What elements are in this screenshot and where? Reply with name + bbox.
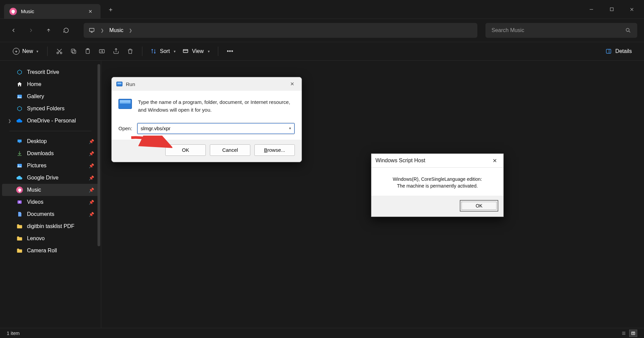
sidebar-item-label: digitbin tasklist PDF	[27, 223, 75, 229]
chevron-right-icon[interactable]: ❯	[8, 119, 11, 123]
pin-icon: 📌	[89, 175, 94, 180]
scrollbar[interactable]	[97, 64, 100, 246]
sidebar-item-label: Desktop	[27, 138, 47, 144]
more-button[interactable]: •••	[223, 45, 237, 58]
view-list-button[interactable]	[620, 330, 628, 337]
search-bar[interactable]	[485, 23, 637, 38]
gallery-icon	[16, 93, 23, 100]
svg-rect-4	[89, 28, 94, 31]
annotation-arrow-icon	[129, 136, 172, 154]
svg-rect-20	[184, 50, 188, 53]
tab-music[interactable]: Music ✕	[4, 4, 101, 19]
sidebar-item-desktop[interactable]: Desktop 📌	[2, 135, 99, 147]
details-pane-button[interactable]: Details	[602, 46, 635, 56]
desktop-icon	[16, 138, 23, 145]
sidebar-item-onedrive[interactable]: ❯ OneDrive - Personal	[2, 115, 99, 127]
back-button[interactable]	[7, 24, 20, 37]
pin-icon: 📌	[89, 200, 94, 205]
sidebar-item-folder[interactable]: digitbin tasklist PDF	[2, 220, 99, 232]
sidebar: Tresorit Drive Home Gallery Synced Folde…	[0, 61, 101, 328]
svg-rect-13	[73, 50, 76, 54]
sort-button[interactable]: Sort ▾	[147, 46, 179, 56]
status-text: 1 item	[7, 331, 20, 336]
sidebar-item-folder[interactable]: Lenovo	[2, 232, 99, 245]
tab-title: Music	[21, 8, 82, 14]
refresh-button[interactable]	[59, 24, 73, 37]
maximize-button[interactable]	[602, 3, 621, 16]
breadcrumb[interactable]: ❯ Music ❯	[84, 23, 477, 38]
run-dialog-titlebar[interactable]: Run ✕	[112, 77, 302, 91]
run-dialog-title: Run	[126, 81, 135, 87]
close-window-button[interactable]	[622, 3, 641, 16]
paste-button[interactable]	[81, 45, 95, 58]
sidebar-item-label: Gallery	[27, 93, 44, 100]
sidebar-item-music[interactable]: Music 📌	[2, 184, 99, 196]
sidebar-item-label: Home	[27, 81, 41, 87]
forward-button[interactable]	[24, 24, 38, 37]
search-icon	[625, 27, 631, 33]
pin-icon: 📌	[89, 139, 94, 144]
view-button[interactable]: View ▾	[179, 46, 213, 56]
cancel-button[interactable]: Cancel	[210, 144, 250, 156]
music-icon	[16, 187, 23, 193]
sidebar-item-pictures[interactable]: Pictures 📌	[2, 160, 99, 172]
svg-text:A: A	[101, 50, 103, 53]
hexagon-icon	[16, 69, 23, 76]
svg-rect-22	[606, 49, 611, 53]
download-icon	[16, 150, 23, 157]
sidebar-item-synced[interactable]: Synced Folders	[2, 103, 99, 115]
copy-button[interactable]	[66, 45, 81, 58]
navbar: ❯ Music ❯	[0, 19, 644, 42]
breadcrumb-item[interactable]: Music	[109, 27, 123, 33]
sidebar-item-gallery[interactable]: Gallery	[2, 90, 99, 103]
plus-circle-icon: +	[13, 48, 20, 55]
view-label: View	[192, 48, 203, 54]
search-input[interactable]	[492, 27, 625, 33]
new-tab-button[interactable]: ＋	[105, 3, 117, 16]
share-button[interactable]	[109, 45, 123, 58]
view-details-button[interactable]	[629, 330, 637, 337]
window-controls	[582, 3, 641, 16]
wsh-dialog-titlebar[interactable]: Windows Script Host ✕	[371, 154, 503, 168]
wsh-message-line: Windows(R), CoreSingleLanguage edition:	[377, 176, 497, 182]
separator	[47, 47, 48, 56]
new-button[interactable]: + New ▾	[9, 46, 43, 57]
close-icon[interactable]: ✕	[86, 7, 95, 16]
chevron-down-icon: ▾	[36, 49, 38, 54]
svg-point-7	[626, 28, 629, 31]
run-open-combobox[interactable]: ▾	[137, 123, 295, 134]
chevron-right-icon[interactable]: ❯	[101, 28, 104, 33]
svg-point-26	[18, 95, 19, 96]
close-icon[interactable]: ✕	[287, 80, 297, 88]
sidebar-item-label: Synced Folders	[27, 106, 64, 112]
run-open-input[interactable]	[141, 125, 289, 131]
minimize-button[interactable]	[582, 3, 601, 16]
sidebar-item-documents[interactable]: Documents 📌	[2, 208, 99, 220]
pictures-icon	[16, 162, 23, 169]
sidebar-item-label: Tresorit Drive	[27, 69, 59, 75]
chevron-right-icon[interactable]: ❯	[129, 28, 132, 33]
sidebar-item-home[interactable]: Home	[2, 78, 99, 90]
pin-icon: 📌	[89, 163, 94, 168]
svg-rect-14	[71, 49, 75, 52]
cut-button[interactable]	[52, 45, 66, 58]
sidebar-item-downloads[interactable]: Downloads 📌	[2, 147, 99, 160]
close-icon[interactable]: ✕	[490, 157, 499, 165]
ok-button[interactable]: OK	[460, 200, 498, 211]
browse-button[interactable]: Browse...	[254, 144, 295, 156]
svg-rect-1	[610, 8, 613, 11]
sidebar-item-folder[interactable]: Camera Roll	[2, 245, 99, 257]
sidebar-item-label: Videos	[27, 199, 44, 205]
rename-button[interactable]: A	[95, 45, 109, 58]
delete-button[interactable]	[123, 45, 137, 58]
cloud-icon	[16, 174, 23, 181]
details-label: Details	[615, 48, 632, 54]
sidebar-item-videos[interactable]: Videos 📌	[2, 196, 99, 208]
sidebar-item-label: Documents	[27, 211, 54, 217]
sidebar-item-gdrive[interactable]: Google Drive 📌	[2, 172, 99, 184]
up-button[interactable]	[42, 24, 55, 37]
sidebar-item-tresorit[interactable]: Tresorit Drive	[2, 66, 99, 78]
statusbar: 1 item	[0, 328, 644, 338]
svg-point-31	[18, 165, 19, 165]
chevron-down-icon[interactable]: ▾	[289, 126, 291, 131]
